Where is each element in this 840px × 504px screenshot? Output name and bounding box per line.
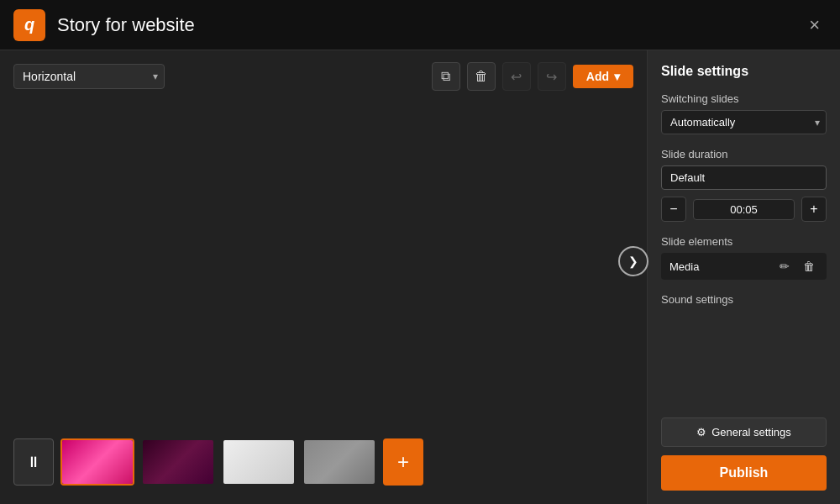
canvas-container: 🔇 ❯ bbox=[13, 101, 633, 422]
plus-icon: + bbox=[810, 202, 817, 217]
main-area: Horizontal Vertical ▾ ⧉ 🗑 ↩ ↪ Add ▾ bbox=[0, 50, 840, 504]
duration-label: Slide duration bbox=[661, 148, 827, 160]
duration-controls: − 00:05 + bbox=[661, 197, 827, 222]
header-left: q Story for website bbox=[13, 9, 195, 41]
media-element-row: Media ✏ 🗑 bbox=[661, 253, 827, 280]
add-label: Add bbox=[586, 70, 609, 83]
sound-label: Sound settings bbox=[661, 293, 827, 306]
plus-icon: + bbox=[397, 450, 409, 474]
edit-icon: ✏ bbox=[780, 260, 790, 273]
delete-icon: 🗑 bbox=[475, 69, 488, 84]
pause-icon: ⏸ bbox=[26, 454, 41, 471]
slide-thumb-image-4 bbox=[304, 440, 375, 484]
slide-thumbnail-4[interactable] bbox=[302, 438, 376, 486]
slide-thumb-image-2 bbox=[143, 440, 213, 484]
add-button[interactable]: Add ▾ bbox=[573, 65, 633, 88]
copy-button[interactable]: ⧉ bbox=[432, 62, 460, 91]
header: q Story for website × bbox=[0, 0, 840, 50]
sound-section: Sound settings bbox=[661, 293, 827, 311]
general-settings-label: General settings bbox=[711, 426, 791, 438]
toolbar: Horizontal Vertical ▾ ⧉ 🗑 ↩ ↪ Add ▾ bbox=[13, 62, 633, 91]
redo-button[interactable]: ↪ bbox=[538, 62, 566, 91]
panel-bottom: ⚙ General settings Publish bbox=[661, 417, 827, 491]
element-name: Media bbox=[669, 260, 769, 273]
undo-button[interactable]: ↩ bbox=[502, 62, 531, 91]
trash-icon: 🗑 bbox=[803, 260, 815, 273]
elements-section: Slide elements Media ✏ 🗑 bbox=[661, 235, 827, 280]
minus-icon: − bbox=[669, 202, 677, 217]
general-settings-button[interactable]: ⚙ General settings bbox=[661, 417, 827, 447]
copy-icon: ⧉ bbox=[441, 69, 450, 84]
add-slide-button[interactable]: + bbox=[383, 438, 423, 486]
chevron-right-icon: ❯ bbox=[628, 255, 638, 268]
slide-thumbnail-1[interactable] bbox=[60, 438, 134, 486]
orientation-select-wrapper: Horizontal Vertical ▾ bbox=[13, 64, 165, 89]
duration-plus-button[interactable]: + bbox=[801, 197, 827, 222]
next-slide-arrow[interactable]: ❯ bbox=[618, 246, 648, 276]
panel-title: Slide settings bbox=[661, 64, 827, 79]
slide-thumbnail-3[interactable] bbox=[222, 438, 296, 486]
add-arrow-icon: ▾ bbox=[614, 70, 620, 83]
delete-element-button[interactable]: 🗑 bbox=[800, 258, 818, 275]
orientation-select[interactable]: Horizontal Vertical bbox=[13, 64, 165, 89]
logo: q bbox=[13, 9, 45, 41]
timeline: ⏸ + bbox=[13, 432, 633, 492]
editor-area: Horizontal Vertical ▾ ⧉ 🗑 ↩ ↪ Add ▾ bbox=[0, 50, 647, 504]
redo-icon: ↪ bbox=[546, 69, 557, 85]
duration-section: Slide duration − 00:05 + bbox=[661, 148, 827, 222]
undo-icon: ↩ bbox=[511, 69, 522, 85]
elements-label: Slide elements bbox=[661, 235, 827, 248]
duration-input[interactable] bbox=[661, 165, 827, 190]
switching-select-wrapper: Automatically Manually ▾ bbox=[661, 110, 827, 134]
edit-element-button[interactable]: ✏ bbox=[776, 258, 793, 275]
switching-section: Switching slides Automatically Manually … bbox=[661, 92, 827, 134]
publish-button[interactable]: Publish bbox=[661, 455, 827, 491]
gear-icon: ⚙ bbox=[696, 426, 706, 438]
close-button[interactable]: × bbox=[802, 11, 827, 39]
page-title: Story for website bbox=[57, 14, 195, 36]
duration-minus-button[interactable]: − bbox=[661, 197, 686, 222]
switching-label: Switching slides bbox=[661, 92, 827, 105]
slide-settings-panel: Slide settings Switching slides Automati… bbox=[647, 50, 840, 504]
play-pause-button[interactable]: ⏸ bbox=[13, 438, 54, 486]
slide-thumb-image-3 bbox=[223, 440, 294, 484]
delete-button[interactable]: 🗑 bbox=[467, 62, 496, 91]
slide-thumb-image-1 bbox=[62, 440, 133, 484]
duration-time-display: 00:05 bbox=[693, 199, 795, 220]
switching-select[interactable]: Automatically Manually bbox=[661, 110, 827, 134]
slide-thumbnail-2[interactable] bbox=[141, 438, 215, 486]
